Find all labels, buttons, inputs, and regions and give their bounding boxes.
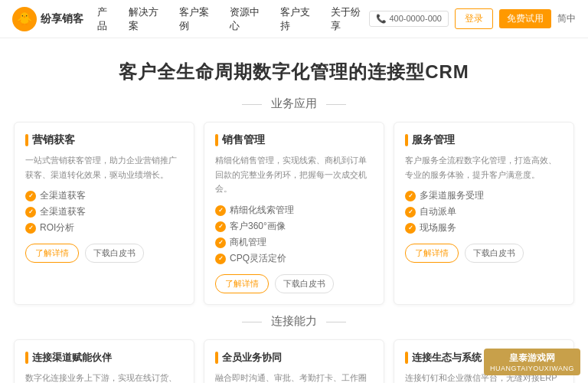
feature-check-icon: ✓ [215, 205, 226, 216]
card-sales-features: ✓ 精细化线索管理 ✓ 客户360°画像 ✓ 商机管理 ✓ CPQ灵活定价 [215, 202, 373, 267]
watermark-line2: HUANGTAIYOUXIWANG [490, 365, 574, 372]
section1-header: —— 业务应用 —— [0, 97, 588, 111]
nav-link-resources[interactable]: 资源中心 [230, 5, 268, 33]
marketing-detail-button[interactable]: 了解详情 [25, 244, 79, 263]
title-bar-icon [25, 352, 28, 364]
feature-check-icon: ✓ [405, 191, 416, 201]
feature-check-icon: ✓ [25, 207, 36, 218]
feature-item: ✓ 全渠道获客 [25, 188, 183, 204]
phone-icon: 📞 [376, 14, 387, 23]
card-collab: 全员业务协同 融合即时沟通、审批、考勤打卡、工作圈等一站式办公管理，打造极致高效… [204, 339, 384, 383]
card-sales-title: 销售管理 [215, 133, 373, 147]
title-bar-icon [215, 134, 218, 146]
feature-check-icon: ✓ [215, 221, 226, 232]
card-collab-desc: 融合即时沟通、审批、考勤打卡、工作圈等一站式办公管理，打造极致高效的在线协同工作… [215, 371, 373, 383]
feature-item: ✓ 现场服务 [405, 220, 563, 236]
nav-link-products[interactable]: 产品 [97, 5, 116, 33]
nav-links: 产品 解决方案 客户案例 资源中心 客户支持 关于纷享 [97, 5, 369, 33]
feature-check-icon: ✓ [405, 207, 416, 218]
nav-actions: 📞 400-0000-000 登录 免费试用 简中 [369, 8, 576, 29]
title-bar-icon [25, 134, 28, 146]
feature-check-icon: ✓ [215, 237, 226, 248]
feature-item: ✓ 自动派单 [405, 204, 563, 220]
feature-item: ✓ ROI分析 [25, 220, 183, 236]
card-sales-actions: 了解详情 下载白皮书 [215, 274, 373, 293]
business-cards-grid: 营销获客 一站式营销获客管理，助力企业营销推广获客、渠道转化效果，驱动业绩增长。… [0, 122, 588, 305]
marketing-download-button[interactable]: 下载白皮书 [85, 244, 144, 263]
watermark-line1: 皇泰游戏网 [490, 352, 574, 365]
card-marketing-features: ✓ 全渠道获客 ✓ 全渠道获客 ✓ ROI分析 [25, 188, 183, 236]
title-bar-icon [405, 352, 408, 364]
section1-divider-left: —— [242, 98, 262, 110]
card-service: 服务管理 客户服务全流程数字化管理，打造高效、专业的服务体验，提升客户满意度。 … [394, 122, 574, 305]
section2-divider-left: —— [242, 316, 262, 327]
nav-link-support[interactable]: 客户支持 [280, 5, 318, 33]
nav-link-solutions[interactable]: 解决方案 [129, 5, 167, 33]
card-marketing-desc: 一站式营销获客管理，助力企业营销推广获客、渠道转化效果，驱动业绩增长。 [25, 153, 183, 182]
service-detail-button[interactable]: 了解详情 [405, 244, 459, 263]
card-marketing-actions: 了解详情 下载白皮书 [25, 244, 183, 263]
nav-link-about[interactable]: 关于纷享 [331, 5, 369, 33]
hero-title: 客户全生命周期数字化管理的连接型CRM [0, 60, 588, 84]
card-service-desc: 客户服务全流程数字化管理，打造高效、专业的服务体验，提升客户满意度。 [405, 153, 563, 182]
card-service-title: 服务管理 [405, 133, 563, 147]
feature-check-icon: ✓ [25, 191, 36, 201]
card-channel-title: 连接渠道赋能伙伴 [25, 351, 183, 365]
card-channel: 连接渠道赋能伙伴 数字化连接业务上下游，实现在线订货、客户报备、销售培训等全流程… [14, 339, 194, 383]
section2-header: —— 连接能力 —— [0, 314, 588, 329]
language-button[interactable]: 简中 [557, 12, 576, 25]
card-marketing: 营销获客 一站式营销获客管理，助力企业营销推广获客、渠道转化效果，驱动业绩增长。… [14, 122, 194, 305]
section1-divider-right: —— [326, 98, 346, 110]
feature-item: ✓ 精细化线索管理 [215, 202, 373, 218]
phone-number: 400-0000-000 [389, 14, 442, 23]
sales-detail-button[interactable]: 了解详情 [215, 274, 269, 293]
feature-item: ✓ 客户360°画像 [215, 218, 373, 234]
watermark-box: 皇泰游戏网 HUANGTAIYOUXIWANG [484, 349, 580, 375]
card-marketing-title: 营销获客 [25, 133, 183, 147]
phone-button[interactable]: 📞 400-0000-000 [369, 11, 449, 27]
logo-text: 纷享销客 [41, 12, 83, 26]
feature-check-icon: ✓ [25, 223, 36, 234]
feature-check-icon: ✓ [405, 223, 416, 234]
feature-item: ✓ 多渠道服务受理 [405, 188, 563, 204]
service-download-button[interactable]: 下载白皮书 [465, 244, 524, 263]
nav-link-cases[interactable]: 客户案例 [179, 5, 217, 33]
free-trial-button[interactable]: 免费试用 [499, 9, 551, 28]
feature-item: ✓ 全渠道获客 [25, 204, 183, 220]
login-button[interactable]: 登录 [455, 8, 493, 29]
section2-label: 连接能力 [271, 314, 317, 327]
logo-icon: 🐥 [12, 7, 37, 31]
card-service-features: ✓ 多渠道服务受理 ✓ 自动派单 ✓ 现场服务 [405, 188, 563, 236]
card-collab-title: 全员业务协同 [215, 351, 373, 365]
card-sales: 销售管理 精细化销售管理，实现线索、商机到订单回款的完整业务闭环，把握每一次成交… [204, 122, 384, 305]
watermark: 皇泰游戏网 HUANGTAIYOUXIWANG [484, 349, 580, 375]
navbar: 🐥 纷享销客 产品 解决方案 客户案例 资源中心 客户支持 关于纷享 📞 400… [0, 0, 588, 38]
title-bar-icon [215, 352, 218, 364]
sales-download-button[interactable]: 下载白皮书 [275, 274, 334, 293]
card-service-actions: 了解详情 下载白皮书 [405, 244, 563, 263]
section2-divider-right: —— [326, 316, 346, 327]
card-sales-desc: 精细化销售管理，实现线索、商机到订单回款的完整业务闭环，把握每一次成交机会。 [215, 153, 373, 196]
feature-check-icon: ✓ [215, 254, 226, 264]
hero-section: 客户全生命周期数字化管理的连接型CRM [0, 38, 588, 93]
card-channel-desc: 数字化连接业务上下游，实现在线订货、客户报备、销售培训等全流程管理，与伙伴共创共… [25, 371, 183, 383]
section1-label: 业务应用 [271, 97, 317, 110]
feature-item: ✓ CPQ灵活定价 [215, 250, 373, 267]
title-bar-icon [405, 134, 408, 146]
feature-item: ✓ 商机管理 [215, 234, 373, 250]
logo-area: 🐥 纷享销客 [12, 7, 83, 31]
